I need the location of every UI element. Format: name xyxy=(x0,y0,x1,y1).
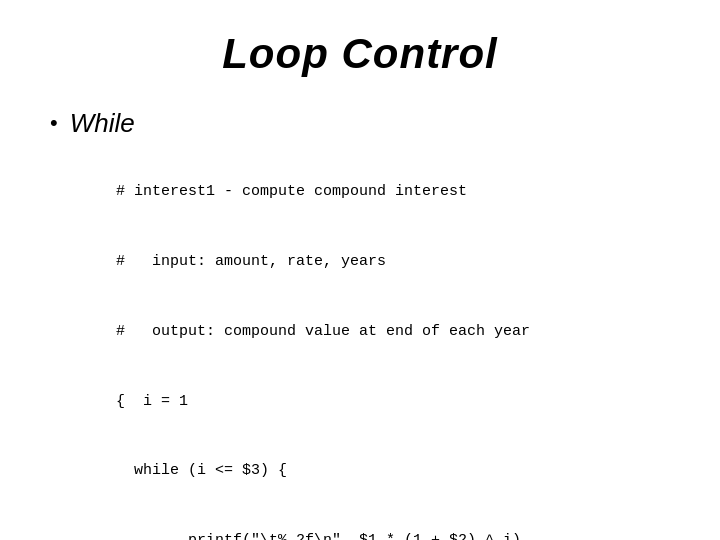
code-line-1: # interest1 - compute compound interest xyxy=(116,183,467,200)
code-line-2: # input: amount, rate, years xyxy=(116,253,386,270)
code-line-3: # output: compound value at end of each … xyxy=(116,323,530,340)
page-container: Loop Control • While # interest1 - compu… xyxy=(0,0,720,540)
code-line-4: { i = 1 xyxy=(116,393,188,410)
code-block: # interest1 - compute compound interest … xyxy=(80,157,670,540)
bullet-section: • While xyxy=(50,108,670,139)
code-line-6: printf("\t%.2f\n", $1 * (1 + $2) ^ i) xyxy=(116,532,521,540)
code-line-5: while (i <= $3) { xyxy=(116,462,287,479)
page-title: Loop Control xyxy=(50,30,670,78)
bullet-dot: • xyxy=(50,110,58,136)
while-label: While xyxy=(70,108,135,139)
